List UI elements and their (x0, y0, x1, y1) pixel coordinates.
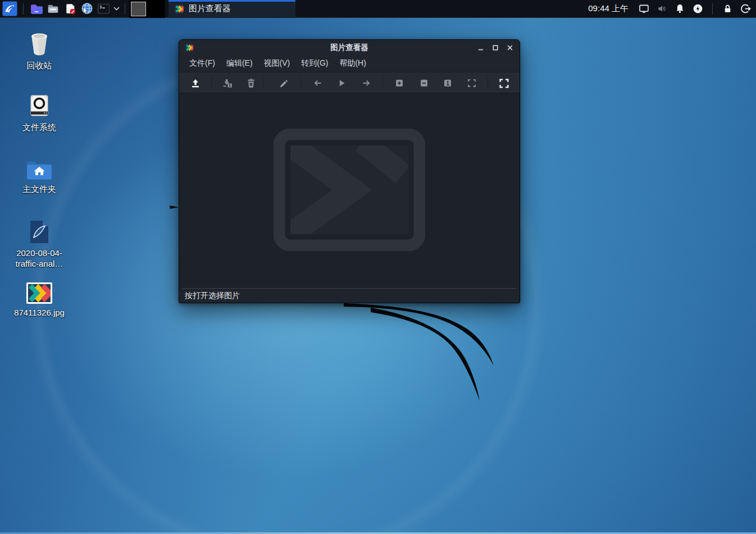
file-manager-icon (29, 2, 43, 16)
launcher-files[interactable] (44, 0, 61, 18)
open-button[interactable] (186, 74, 204, 92)
minimize-icon (477, 44, 485, 52)
hard-drive-icon (26, 92, 53, 119)
arrow-left-icon (312, 77, 324, 89)
system-tray (636, 2, 753, 16)
best-fit-button[interactable] (463, 74, 481, 92)
power-bolt-icon (692, 3, 704, 15)
arrow-right-icon (360, 77, 372, 89)
browser-icon (80, 2, 94, 16)
workspace-switcher (129, 0, 165, 18)
launcher-browser[interactable] (78, 0, 95, 18)
applications-menu-button[interactable] (0, 0, 19, 18)
panel-clock[interactable]: 09:44 上午 (588, 3, 629, 14)
zoom-in-button[interactable] (390, 74, 408, 92)
terminal-icon: $ (97, 2, 111, 16)
desktop-icon-file-system[interactable]: 文件系统 (8, 92, 71, 133)
edit-pencil-icon (277, 77, 289, 89)
zoom-100-button[interactable] (439, 74, 457, 92)
close-icon (506, 44, 514, 52)
maximize-icon (491, 44, 499, 52)
toolbar-separator (263, 76, 264, 90)
lock-screen-button[interactable] (720, 2, 735, 16)
svg-text:$: $ (99, 4, 102, 10)
desktop-icon-label-line2: traffic-anal… (8, 258, 71, 269)
panel-separator (23, 3, 24, 15)
display-indicator[interactable] (636, 2, 651, 16)
toolbar-separator (300, 76, 301, 90)
launcher-terminal[interactable]: $ (95, 0, 112, 18)
volume-indicator[interactable] (654, 2, 669, 16)
panel-separator (125, 3, 125, 15)
kali-logo-icon (2, 1, 17, 16)
ristretto-watermark (274, 129, 425, 253)
toolbar-separator (488, 76, 488, 90)
open-icon (189, 77, 202, 89)
image-thumbnail-icon (26, 282, 53, 304)
wireshark-file-icon (28, 219, 51, 245)
desktop-icon-label-line1: 2020-08-04- (8, 248, 71, 258)
delete-icon (245, 77, 257, 89)
maximize-button[interactable] (490, 43, 500, 53)
zoom-100-icon (441, 77, 454, 89)
window-title: 图片查看器 (179, 43, 520, 53)
logout-button[interactable] (738, 2, 753, 16)
workspace-2[interactable] (149, 2, 163, 16)
save-copy-button[interactable] (218, 74, 236, 92)
titlebar[interactable]: 图片查看器 (179, 40, 520, 55)
previous-button[interactable] (309, 74, 327, 92)
desktop-icon-label: 回收站 (8, 60, 71, 71)
desktop-icon-jpg[interactable]: 87411326.jpg (8, 282, 71, 318)
desktop-icon-pcap-file[interactable]: 2020-08-04- traffic-anal… (8, 219, 71, 269)
menu-edit[interactable]: 编辑(E) (221, 56, 258, 71)
notifications-indicator[interactable] (672, 2, 687, 16)
statusbar-area: 按打开选择图片 (179, 288, 520, 303)
bell-icon (674, 3, 686, 15)
launcher-file-manager[interactable] (28, 0, 44, 18)
zoom-out-button[interactable] (415, 74, 433, 92)
speaker-muted-icon (656, 3, 668, 15)
menubar: 文件(F) 编辑(E) 视图(V) 转到(G) 帮助(H) (179, 55, 520, 72)
image-viewer-window: 图片查看器 文件(F) 编辑(E) 视图(V) 转到(G) 帮助(H) (179, 39, 520, 303)
save-copy-icon (221, 77, 234, 89)
zoom-in-icon (393, 77, 406, 89)
trash-icon (26, 29, 53, 57)
fullscreen-button[interactable] (495, 74, 513, 92)
taskbar-window-label: 图片查看器 (189, 3, 231, 14)
desktop-icon-label: 87411326.jpg (8, 307, 71, 318)
desktop-icon-home[interactable]: 主文件夹 (8, 159, 71, 194)
toolbar-separator (382, 76, 383, 90)
workspace-1[interactable] (131, 2, 146, 16)
desktop-icon-label: 文件系统 (8, 122, 71, 133)
toolbar (179, 72, 520, 93)
menu-help[interactable]: 帮助(H) (334, 56, 371, 71)
minimize-button[interactable] (476, 43, 486, 53)
folder-icon (46, 2, 60, 16)
window-icon (185, 43, 194, 52)
power-manager-indicator[interactable] (690, 2, 705, 16)
menu-file[interactable]: 文件(F) (184, 56, 221, 71)
next-button[interactable] (357, 74, 375, 92)
slideshow-button[interactable] (333, 74, 350, 92)
launcher-terminal-dropdown[interactable] (112, 0, 121, 18)
menu-view[interactable]: 视图(V) (258, 56, 296, 71)
fit-brackets-icon (466, 77, 478, 89)
chevron-down-icon (113, 7, 120, 11)
fullscreen-icon (498, 77, 511, 90)
image-viewport[interactable] (179, 93, 520, 288)
desktop-icon-trash[interactable]: 回收站 (8, 29, 71, 71)
image-viewer-icon (185, 43, 194, 52)
logout-icon (740, 3, 752, 15)
zoom-out-icon (418, 77, 430, 89)
close-button[interactable] (505, 43, 515, 53)
launcher-text-editor[interactable] (61, 0, 78, 18)
toolbar-separator (211, 76, 212, 90)
menu-go[interactable]: 转到(G) (295, 56, 334, 71)
lock-icon (722, 3, 734, 15)
play-icon (335, 77, 348, 89)
taskbar-window-button[interactable]: 图片查看器 (168, 0, 295, 18)
text-editor-icon (63, 2, 77, 16)
delete-button[interactable] (242, 74, 260, 92)
desktop-icon-label: 主文件夹 (8, 184, 71, 194)
edit-button[interactable] (274, 74, 292, 92)
